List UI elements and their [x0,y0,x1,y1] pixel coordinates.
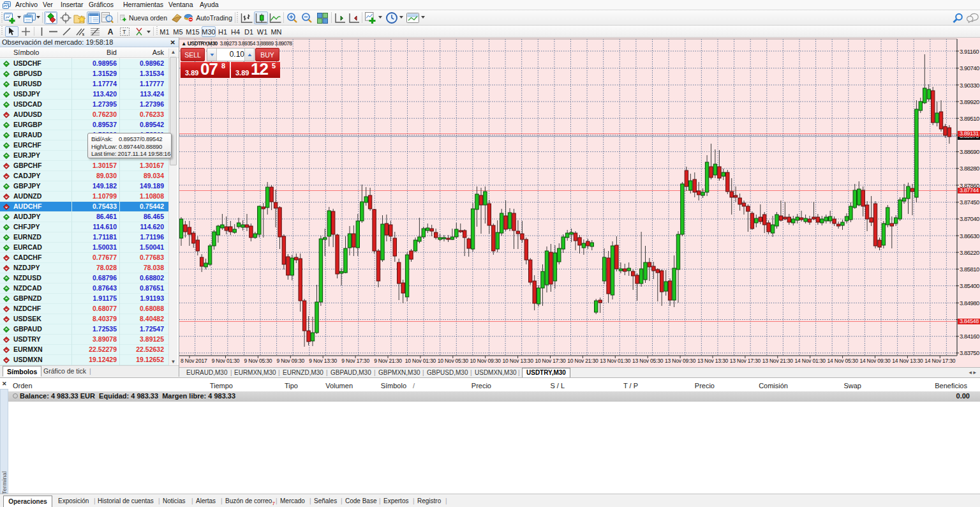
svg-text:T: T [122,29,126,35]
svg-text:E: E [82,33,85,36]
